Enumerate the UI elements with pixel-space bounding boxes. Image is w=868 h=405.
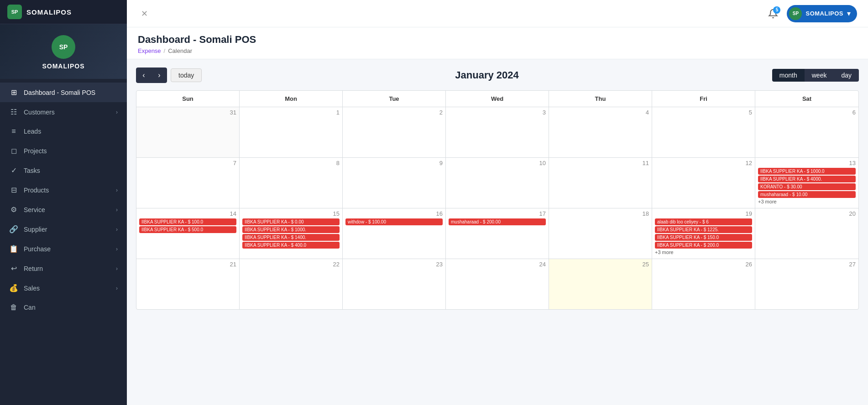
- cal-day-0-5: 5: [652, 107, 755, 157]
- nav-chevron-customers: ›: [116, 109, 118, 115]
- sidebar-item-supplier[interactable]: 🔗 Supplier ›: [0, 219, 127, 239]
- view-week-button[interactable]: week: [805, 69, 834, 82]
- sidebar-item-return[interactable]: ↩ Return ›: [0, 259, 127, 278]
- nav-label-service: Service: [24, 206, 45, 213]
- cal-header-tue: Tue: [343, 91, 446, 107]
- nav-icon-sales: 💰: [9, 284, 18, 292]
- calendar-grid: SunMonTueWedThuFriSat 311234567891011121…: [136, 90, 859, 310]
- topbar-left: ✕: [138, 7, 151, 20]
- event-2-1-0[interactable]: IIBKA SUPPLIER KA - $ 0.00: [242, 218, 340, 225]
- day-num-2-1: 15: [242, 210, 340, 217]
- event-2-0-1[interactable]: IIBKA SUPPLIER KA - $ 500.0: [139, 226, 236, 233]
- day-num-0-5: 5: [655, 109, 752, 116]
- sidebar-item-products[interactable]: ⊟ Products ›: [0, 180, 127, 200]
- event-2-1-2[interactable]: IIBKA SUPPLIER KA - $ 1400.: [242, 234, 340, 241]
- calendar-area: ‹ › today January 2024 month week day Su…: [127, 59, 868, 405]
- sidebar-nav: ⊞ Dashboard - Somali POS ☷ Customers › ≡…: [0, 79, 127, 405]
- calendar-header-row: SunMonTueWedThuFriSat: [136, 91, 858, 107]
- day-num-3-3: 24: [449, 261, 546, 268]
- nav-label-can: Can: [24, 304, 36, 311]
- cal-day-0-4: 4: [549, 107, 652, 157]
- day-num-3-2: 23: [345, 261, 443, 268]
- more-link-1-6[interactable]: +3 more: [758, 199, 856, 204]
- prev-button[interactable]: ‹: [136, 68, 152, 83]
- nav-chevron-service: ›: [116, 207, 118, 213]
- event-1-6-2[interactable]: KORANTO - $ 30.00: [758, 183, 856, 190]
- cal-day-2-1: 15IIBKA SUPPLIER KA - $ 0.00IIBKA SUPPLI…: [240, 208, 343, 259]
- cal-day-2-0: 14IIBKA SUPPLIER KA - $ 100.0IIBKA SUPPL…: [136, 208, 240, 259]
- cal-day-0-1: 1: [240, 107, 343, 157]
- cal-day-1-2: 9: [343, 158, 446, 208]
- calendar-nav: ‹ › today January 2024 month week day: [136, 68, 859, 83]
- cal-day-1-3: 10: [446, 158, 549, 208]
- cal-day-3-6: 27: [755, 259, 858, 309]
- nav-label-return: Return: [24, 265, 43, 272]
- event-2-0-0[interactable]: IIBKA SUPPLIER KA - $ 100.0: [139, 218, 236, 225]
- sidebar-item-purchase[interactable]: 📋 Purchase ›: [0, 239, 127, 259]
- nav-icon-supplier: 🔗: [9, 225, 18, 234]
- event-2-5-3[interactable]: IIBKA SUPPLIER KA - $ 200.0: [655, 242, 752, 249]
- event-2-5-0[interactable]: alaab dib loo celiyey - $ 6: [655, 218, 752, 225]
- sidebar-item-leads[interactable]: ≡ Leads: [0, 122, 127, 141]
- sidebar-item-sales[interactable]: 💰 Sales ›: [0, 278, 127, 298]
- day-num-0-3: 3: [449, 109, 546, 116]
- event-2-2-0[interactable]: withdow - $ 100.00: [345, 218, 443, 225]
- day-num-0-4: 4: [552, 109, 649, 116]
- breadcrumb-link[interactable]: Expense: [138, 47, 161, 54]
- day-num-3-6: 27: [758, 261, 856, 268]
- cal-week-1: 78910111213IIBKA SUPPLIER KA - $ 1000.0I…: [136, 158, 858, 208]
- nav-chevron-supplier: ›: [116, 226, 118, 233]
- close-button[interactable]: ✕: [138, 7, 151, 20]
- breadcrumb: Expense / Calendar: [138, 47, 857, 54]
- notification-button[interactable]: 5: [765, 5, 781, 22]
- event-2-1-1[interactable]: IIBKA SUPPLIER KA - $ 1000.: [242, 226, 340, 233]
- event-2-5-1[interactable]: IIBKA SUPPLIER KA - $ 1225.: [655, 226, 752, 233]
- sidebar-item-service[interactable]: ⚙ Service ›: [0, 200, 127, 219]
- day-num-2-5: 19: [655, 210, 752, 217]
- nav-icon-return: ↩: [9, 264, 18, 273]
- nav-icon-customers: ☷: [9, 108, 18, 116]
- nav-chevron-products: ›: [116, 187, 118, 193]
- next-button[interactable]: ›: [152, 68, 167, 83]
- user-menu[interactable]: SP SOMALIPOS ▾: [787, 5, 857, 22]
- day-num-3-0: 21: [139, 261, 236, 268]
- day-num-1-5: 12: [655, 160, 752, 166]
- cal-header-fri: Fri: [652, 91, 755, 107]
- day-num-0-2: 2: [345, 109, 443, 116]
- nav-icon-leads: ≡: [9, 127, 18, 135]
- today-button[interactable]: today: [171, 68, 202, 82]
- sidebar-item-dashboard[interactable]: ⊞ Dashboard - Somali POS: [0, 83, 127, 102]
- event-2-3-0[interactable]: mushaharaad - $ 200.00: [449, 218, 546, 225]
- day-num-2-3: 17: [449, 210, 546, 217]
- breadcrumb-current: Calendar: [168, 47, 192, 54]
- event-1-6-1[interactable]: IIBKA SUPPLIER KA - $ 4000.: [758, 176, 856, 182]
- nav-label-leads: Leads: [24, 128, 41, 135]
- day-num-2-6: 20: [758, 210, 856, 217]
- sidebar-item-tasks[interactable]: ✓ Tasks: [0, 161, 127, 180]
- more-link-2-5[interactable]: +3 more: [655, 249, 752, 255]
- sidebar: SP SOMALIPOS SP SOMALIPOS ⊞ Dashboard - …: [0, 0, 127, 405]
- sidebar-item-can[interactable]: 🗑 Can: [0, 298, 127, 317]
- nav-chevron-purchase: ›: [116, 246, 118, 252]
- day-num-3-4: 25: [552, 261, 649, 268]
- cal-header-sat: Sat: [755, 91, 858, 107]
- cal-day-3-4: 25: [549, 259, 652, 309]
- day-num-0-6: 6: [758, 109, 856, 116]
- nav-icon-can: 🗑: [9, 303, 18, 312]
- nav-label-products: Products: [24, 187, 49, 194]
- sidebar-item-customers[interactable]: ☷ Customers ›: [0, 102, 127, 122]
- view-month-button[interactable]: month: [772, 69, 805, 82]
- nav-label-dashboard: Dashboard - Somali POS: [24, 89, 95, 96]
- view-day-button[interactable]: day: [834, 69, 859, 82]
- event-2-5-2[interactable]: IIBKA SUPPLIER KA - $ 150.0: [655, 234, 752, 241]
- nav-label-tasks: Tasks: [24, 167, 40, 174]
- user-dropdown-icon: ▾: [847, 9, 851, 18]
- event-1-6-0[interactable]: IIBKA SUPPLIER KA - $ 1000.0: [758, 168, 856, 175]
- profile-name: SOMALIPOS: [42, 62, 84, 70]
- cal-day-3-1: 22: [240, 259, 343, 309]
- cal-day-1-5: 12: [652, 158, 755, 208]
- sidebar-item-projects[interactable]: ◻ Projects: [0, 141, 127, 161]
- event-2-1-3[interactable]: IIBKA SUPPLIER KA - $ 400.0: [242, 242, 340, 249]
- event-1-6-3[interactable]: mushaharaad - $ 10.00: [758, 191, 856, 198]
- cal-nav-left: ‹ › today: [136, 68, 202, 83]
